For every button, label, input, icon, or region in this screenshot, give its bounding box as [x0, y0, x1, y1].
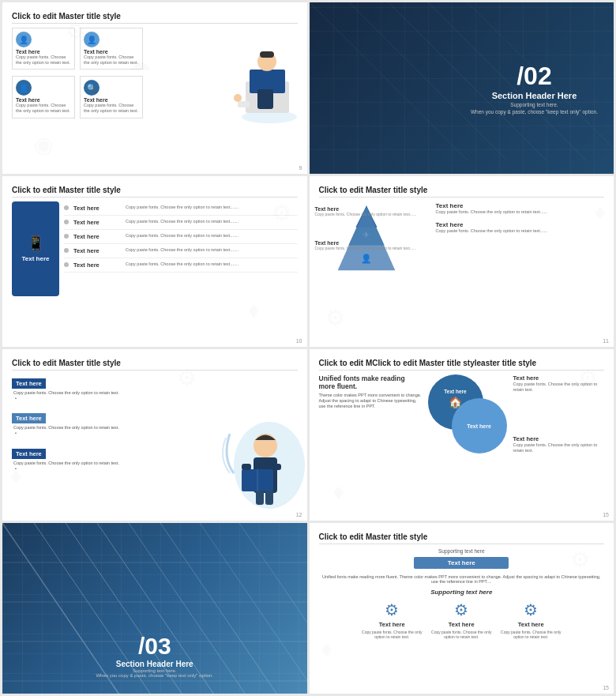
gear-1-title: Text here — [360, 621, 423, 628]
card-3-label: Text here — [16, 97, 71, 103]
search-icon-1: 🔍 — [84, 80, 100, 96]
slide-3-rows: Text here Copy paste fonts. Choose the o… — [64, 201, 298, 296]
circle-2: Text here — [452, 398, 507, 453]
pli2-label: Text here — [315, 240, 417, 246]
person-icon-3: 👤 — [16, 80, 32, 96]
card-4-label: Text here — [84, 97, 139, 103]
slide-8-italic: Supporting text here — [319, 589, 605, 596]
rl2-desc: Copy paste fonts. Choose the only option… — [513, 442, 605, 453]
table-row: Text here Copy paste fonts. Choose the o… — [64, 201, 298, 216]
table-row: Text here Copy paste fonts. Choose the o… — [64, 244, 298, 258]
slide-5-number: 12 — [296, 512, 302, 517]
card-2-label: Text here — [84, 49, 139, 55]
gear-icon-3: ⚙ — [499, 600, 562, 619]
card-4-desc: Copy paste fonts. Choose the only option… — [84, 103, 139, 114]
gear-icon-2: ⚙ — [430, 600, 493, 619]
row-dot-2 — [64, 220, 69, 224]
slide-5-title: Click to edit Master title style — [12, 359, 298, 371]
slide-6-title: Click to edit MClick to edit Master titl… — [319, 359, 605, 371]
slide-4: ⚙ ♦ Click to edit Master title style ✈ 👤… — [310, 176, 614, 348]
gear-icon-1: ⚙ — [360, 600, 423, 619]
svg-text:👤: 👤 — [361, 252, 372, 263]
row-5-desc: Copy paste fonts. Choose the only option… — [126, 261, 298, 267]
slide-4-title: Click to edit Master title style — [319, 186, 605, 198]
bar-2-label: Text here — [12, 413, 46, 423]
pyramid-left-item-2: Text here Copy paste fonts. Choose the o… — [315, 240, 417, 251]
gear-row: ⚙ Text here Copy paste fonts. Choose the… — [319, 600, 605, 640]
row-1-desc: Copy paste fonts. Choose the only option… — [126, 205, 298, 210]
slide-6-headline: Unified fonts make reading more fluent. — [319, 374, 422, 390]
gear-3-desc: Copy paste fonts. Choose the only option… — [499, 630, 562, 640]
slide-7: /03 Section Header Here Supporting text … — [2, 523, 307, 694]
slide-4-content: ✈ 👤 Text here Copy paste fonts. Choose t… — [319, 202, 605, 284]
section-sub-1: Supporting text here. — [471, 102, 598, 107]
section-03-sub2: When you copy & paste, choose "keep text… — [96, 673, 213, 678]
ri2-label: Text here — [436, 221, 605, 228]
section-03-title: Section Header Here — [96, 660, 213, 668]
illustration-1 — [222, 26, 301, 121]
slide-1-title: Click to edit Master title style — [12, 12, 298, 24]
svg-line-8 — [310, 2, 468, 160]
slide-8-number: 15 — [603, 685, 609, 690]
bar-1-label: Text here — [12, 378, 46, 389]
row-5-label: Text here — [73, 261, 121, 269]
slide-8-desc: Unified fonts make reading more fluent. … — [319, 574, 605, 584]
pyramid-container: ✈ 👤 Text here Copy paste fonts. Choose t… — [319, 202, 430, 284]
slide-1: ⚙ ☁ ♦ ◉ Click to edit Master title style… — [2, 2, 307, 174]
ri1-label: Text here — [436, 202, 605, 209]
slide-4-right-texts: Text here Copy paste fonts. Choose the o… — [436, 202, 605, 284]
gear-3-title: Text here — [499, 621, 562, 628]
pyramid-left-texts: Text here Copy paste fonts. Choose the o… — [315, 206, 417, 251]
pli1-label: Text here — [315, 206, 417, 212]
row-4-label: Text here — [73, 247, 121, 254]
rl1-desc: Copy paste fonts. Choose the only option… — [513, 382, 605, 393]
slide-4-number: 11 — [603, 338, 609, 344]
svg-rect-26 — [265, 491, 273, 505]
slide-6-main: Unified fonts make reading more fluent. … — [319, 374, 605, 453]
svg-rect-25 — [256, 491, 264, 505]
slide-1-number: 9 — [299, 165, 302, 171]
slide-5: ⚙ ♦ Click to edit Master title style Tex… — [2, 349, 307, 521]
slide-3-title: Click to edit Master title style — [12, 186, 298, 198]
bar-1-desc: Copy paste fonts. Choose the only option… — [12, 390, 169, 396]
bar-item-2: Text here Copy paste fonts. Choose the o… — [12, 409, 169, 436]
gear-1-desc: Copy paste fonts. Choose the only option… — [360, 630, 423, 640]
slide-1-card-3: 👤 Text here Copy paste fonts. Choose the… — [12, 76, 75, 118]
row-3-label: Text here — [73, 233, 121, 240]
section-header-title: Section Header Here — [471, 91, 598, 100]
card-1-desc: Copy paste fonts. Choose the only option… — [16, 55, 71, 66]
bar-3-desc: Copy paste fonts. Choose the only option… — [12, 461, 169, 466]
bar-item-3: Text here Copy paste fonts. Choose the o… — [12, 445, 169, 472]
blue-box-label: Text here — [22, 255, 50, 262]
rl-item-2: Text here Copy paste fonts. Choose the o… — [513, 435, 605, 453]
row-1-label: Text here — [73, 205, 121, 212]
circles-area: 🏠 Text here Text here — [428, 374, 507, 453]
svg-rect-5 — [257, 89, 273, 109]
card-3-desc: Copy paste fonts. Choose the only option… — [16, 103, 71, 114]
svg-point-7 — [234, 94, 242, 102]
slide-8-tab-container: Text here — [319, 557, 605, 572]
row-2-label: Text here — [73, 219, 121, 226]
row-4-desc: Copy paste fonts. Choose the only option… — [126, 247, 298, 253]
table-row: Text here Copy paste fonts. Choose the o… — [64, 230, 298, 244]
slide-6-number: 15 — [603, 512, 609, 517]
ri1-desc: Copy paste fonts. Choose the only option… — [436, 209, 605, 215]
slide-2-content: /02 Section Header Here Supporting text … — [471, 62, 598, 115]
slide-1-card-4: 🔍 Text here Copy paste fonts. Choose the… — [80, 76, 143, 118]
bar-3-bullet: • — [12, 466, 169, 472]
rl-item-1: Text here Copy paste fonts. Choose the o… — [513, 374, 605, 393]
slide-8-title: Click to edit Master title style — [319, 532, 605, 544]
pyramid-left-item-1: Text here Copy paste fonts. Choose the o… — [315, 206, 417, 217]
row-dot-1 — [64, 205, 69, 210]
bar-2-desc: Copy paste fonts. Choose the only option… — [12, 425, 169, 431]
gear-item-1: ⚙ Text here Copy paste fonts. Choose the… — [360, 600, 423, 640]
svg-rect-6 — [238, 101, 250, 107]
section-03-number: /03 — [96, 633, 213, 660]
svg-rect-23 — [242, 464, 251, 470]
gear-item-3: ⚙ Text here Copy paste fonts. Choose the… — [499, 600, 562, 640]
gear-2-desc: Copy paste fonts. Choose the only option… — [430, 630, 493, 640]
svg-line-34 — [239, 523, 307, 694]
slide-3-blue-box: 📱 Text here — [12, 201, 59, 296]
bar-item-1: Text here Copy paste fonts. Choose the o… — [12, 374, 169, 401]
rl2-title: Text here — [513, 435, 605, 442]
